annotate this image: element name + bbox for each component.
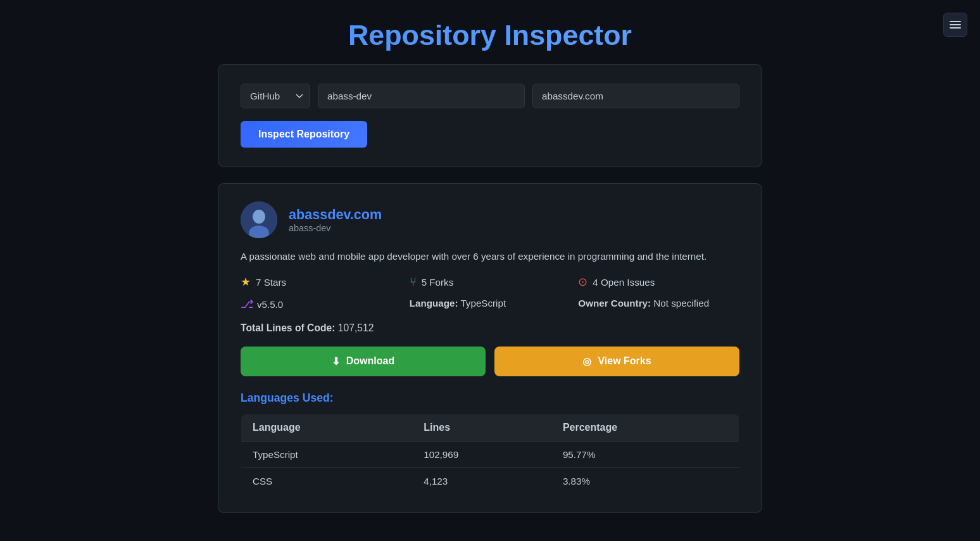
- repo-name: abassdev.com: [289, 207, 382, 223]
- lang-name: CSS: [241, 468, 413, 494]
- stars-value: 7 Stars: [256, 277, 286, 288]
- table-row: CSS 4,123 3.83%: [241, 468, 739, 494]
- main-container: GitHub GitLab Bitbucket Inspect Reposito…: [205, 64, 775, 513]
- version-item: ⎇ v5.5.0: [241, 298, 402, 311]
- search-row: GitHub GitLab Bitbucket: [241, 84, 739, 108]
- version-icon: ⎇: [241, 298, 257, 310]
- repo-description: A passionate web and mobile app develope…: [241, 250, 739, 264]
- action-buttons: ⬇ Download ◎ View Forks: [241, 347, 739, 376]
- download-button[interactable]: ⬇ Download: [241, 347, 486, 376]
- repo-info: abassdev.com abass-dev: [289, 207, 382, 233]
- view-forks-button[interactable]: ◎ View Forks: [494, 347, 739, 376]
- stars-stat: ★ 7 Stars: [241, 276, 402, 289]
- meta-row: ⎇ v5.5.0 Language: TypeScript Owner Coun…: [241, 298, 739, 311]
- repo-owner: abass-dev: [289, 223, 382, 233]
- country-label: Owner Country:: [578, 298, 651, 309]
- download-icon: ⬇: [332, 355, 340, 367]
- language-item: Language: TypeScript: [410, 298, 571, 311]
- total-lines-label: Total Lines of Code:: [241, 322, 335, 333]
- issues-stat: ⊙ 4 Open Issues: [578, 276, 739, 289]
- language-label: Language:: [410, 298, 458, 309]
- forks-value: 5 Forks: [422, 277, 454, 288]
- fork-icon: ⑂: [410, 276, 417, 289]
- table-row: TypeScript 102,969 95.77%: [241, 441, 739, 468]
- languages-table: Language Lines Percentage TypeScript 102…: [241, 414, 739, 495]
- table-header-row: Language Lines Percentage: [241, 414, 739, 441]
- avatar: [241, 201, 277, 238]
- col-percentage: Percentage: [551, 414, 739, 441]
- issue-icon: ⊙: [578, 276, 587, 289]
- star-icon: ★: [241, 276, 251, 289]
- menu-button[interactable]: [943, 13, 967, 37]
- search-panel: GitHub GitLab Bitbucket Inspect Reposito…: [218, 64, 762, 167]
- inspect-repository-button[interactable]: Inspect Repository: [241, 121, 367, 148]
- view-forks-label: View Forks: [598, 355, 651, 367]
- languages-section: Languages Used: Language Lines Percentag…: [241, 391, 739, 495]
- lang-percentage: 3.83%: [551, 468, 739, 494]
- download-label: Download: [346, 355, 394, 367]
- stats-row: ★ 7 Stars ⑂ 5 Forks ⊙ 4 Open Issues: [241, 276, 739, 289]
- platform-select[interactable]: GitHub GitLab Bitbucket: [241, 84, 310, 108]
- total-lines: Total Lines of Code: 107,512: [241, 322, 739, 334]
- lang-name: TypeScript: [241, 441, 413, 468]
- page-header: Repository Inspector: [0, 0, 980, 64]
- lang-lines: 102,969: [412, 441, 551, 468]
- svg-point-1: [253, 210, 265, 224]
- lang-lines: 4,123: [412, 468, 551, 494]
- repo-input[interactable]: [532, 84, 739, 108]
- page-title: Repository Inspector: [13, 19, 967, 51]
- country-item: Owner Country: Not specified: [578, 298, 739, 311]
- total-lines-value: 107,512: [338, 322, 374, 333]
- col-lines: Lines: [412, 414, 551, 441]
- forks-stat: ⑂ 5 Forks: [410, 276, 571, 289]
- languages-title: Languages Used:: [241, 391, 739, 405]
- issues-value: 4 Open Issues: [593, 277, 655, 288]
- repo-header: abassdev.com abass-dev: [241, 201, 739, 238]
- username-input[interactable]: [318, 84, 525, 108]
- result-panel: abassdev.com abass-dev A passionate web …: [218, 183, 762, 513]
- language-value: TypeScript: [460, 298, 506, 309]
- version-value: v5.5.0: [257, 299, 283, 310]
- lang-percentage: 95.77%: [551, 441, 739, 468]
- col-language: Language: [241, 414, 413, 441]
- eye-icon: ◎: [582, 355, 591, 367]
- country-value: Not specified: [653, 298, 709, 309]
